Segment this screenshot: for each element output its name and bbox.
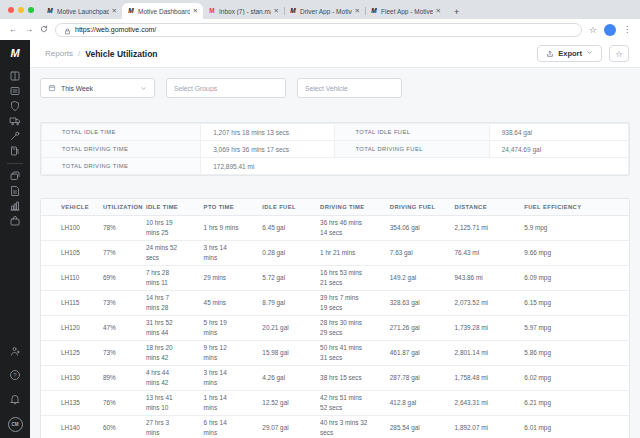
table-cell-fuel-efficiency: 6.09 mpg xyxy=(524,265,629,290)
table-cell-idle-fuel: 4.26 gal xyxy=(262,365,320,390)
table-cell-pto-time: 45 mins xyxy=(204,290,263,315)
new-tab-button[interactable]: + xyxy=(454,7,459,17)
maintenance-wrench-icon[interactable] xyxy=(9,130,21,142)
close-tab-icon[interactable]: ✕ xyxy=(436,7,441,15)
invite-person-add-icon[interactable] xyxy=(9,345,21,357)
table-cell-driving-time: 28 hrs 30 mins 29 secs xyxy=(320,315,390,340)
column-header-vehicle[interactable]: VEHICLE xyxy=(41,199,103,215)
export-icon xyxy=(546,50,554,58)
close-window-icon[interactable] xyxy=(8,7,14,13)
table-cell-idle-fuel: 0.28 gal xyxy=(262,240,320,265)
table-cell-idle-fuel: 8.79 gal xyxy=(262,290,320,315)
column-header-fuel-efficiency[interactable]: FUEL EFFICIENCY xyxy=(524,199,629,215)
summary-row: TOTAL DRIVING TIME 172,895.41 mi xyxy=(42,158,629,175)
breadcrumb-separator: / xyxy=(78,49,80,58)
forward-icon[interactable]: → xyxy=(25,25,34,34)
dispatch-truck-icon[interactable] xyxy=(9,115,21,127)
table-row[interactable]: LH14060%27 hrs 3 mins6 hrs 14 mins29.07 … xyxy=(41,415,629,438)
table-row[interactable]: LH12047%31 hrs 52 mins 445 hrs 19 mins20… xyxy=(41,315,629,340)
table-cell-idle-time: 18 hrs 20 mins 42 xyxy=(146,340,204,365)
table-cell-pto-time: 3 hrs 14 mins xyxy=(204,240,263,265)
select-vehicle-input[interactable] xyxy=(297,78,402,98)
table-cell-driving-fuel: 7.63 gal xyxy=(390,240,455,265)
minimize-window-icon[interactable] xyxy=(18,7,24,13)
close-tab-icon[interactable]: ✕ xyxy=(112,7,117,15)
table-cell-driving-time: 38 hrs 15 secs xyxy=(320,365,390,390)
notifications-bell-icon[interactable] xyxy=(9,393,21,405)
summary-value: 938.64 gal xyxy=(489,124,628,141)
table-cell-idle-fuel: 6.45 gal xyxy=(262,215,320,240)
table-row[interactable]: LH13576%13 hrs 41 mins 101 hrs 14 mins12… xyxy=(41,390,629,415)
table-row[interactable]: LH13089%4 hrs 44 mins 423 hrs 14 mins4.2… xyxy=(41,365,629,390)
table-cell-driving-fuel: 354.06 gal xyxy=(390,215,455,240)
browser-menu-icon[interactable]: ⋮ xyxy=(623,25,631,34)
safety-shield-icon[interactable] xyxy=(9,100,21,112)
close-tab-icon[interactable]: ✕ xyxy=(274,7,279,15)
motive-favicon-icon: M xyxy=(127,7,135,15)
maximize-window-icon[interactable] xyxy=(28,7,34,13)
fuel-pump-icon[interactable] xyxy=(9,145,21,157)
reports-bar-chart-icon[interactable] xyxy=(9,200,21,212)
table-cell-idle-time: 24 mins 52 secs xyxy=(146,240,204,265)
table-row[interactable]: LH10577%24 mins 52 secs3 hrs 14 mins0.28… xyxy=(41,240,629,265)
table-cell-vehicle: LH120 xyxy=(41,315,103,340)
column-header-distance[interactable]: DISTANCE xyxy=(455,199,525,215)
summary-value: 1,207 hrs 18 mins 13 secs xyxy=(201,124,335,141)
column-header-pto-time[interactable]: PTO TIME xyxy=(204,199,263,215)
column-header-driving-fuel[interactable]: DRIVING FUEL xyxy=(390,199,455,215)
tab-motive-dashboard[interactable]: M Motive Dashboard ✕ xyxy=(122,3,203,19)
table-cell-utilization: 73% xyxy=(103,340,146,365)
column-header-idle-fuel[interactable]: IDLE FUEL xyxy=(262,199,320,215)
table-row[interactable]: LH10078%10 hrs 19 mins 251 hrs 9 mins6.4… xyxy=(41,215,629,240)
export-button[interactable]: Export xyxy=(537,45,602,62)
padlock-icon xyxy=(64,21,71,39)
report-content: This Week TOTAL IDLE TIME 1,207 hrs 18 m… xyxy=(30,68,640,438)
table-cell-pto-time: 1 hrs 9 mins xyxy=(204,215,263,240)
back-icon[interactable]: ← xyxy=(9,25,18,34)
table-cell-driving-time: 42 hrs 51 mins 52 secs xyxy=(320,390,390,415)
column-header-utilization[interactable]: UTILIZATION xyxy=(103,199,146,215)
motive-favicon-icon: M xyxy=(370,7,378,15)
table-cell-vehicle: LH140 xyxy=(41,415,103,438)
table-cell-utilization: 78% xyxy=(103,215,146,240)
table-cell-utilization: 47% xyxy=(103,315,146,340)
bookmark-star-icon[interactable]: ☆ xyxy=(589,25,597,35)
summary-value: 24,474.69 gal xyxy=(489,141,628,158)
browser-profile-avatar[interactable] xyxy=(604,24,616,36)
table-row[interactable]: LH11573%14 hrs 7 mins 2845 mins8.79 gal3… xyxy=(41,290,629,315)
table-cell-fuel-efficiency: 6.01 mpg xyxy=(524,415,629,438)
table-cell-idle-time: 7 hrs 28 mins 11 xyxy=(146,265,204,290)
table-cell-driving-time: 36 hrs 46 mins 14 secs xyxy=(320,215,390,240)
favorite-report-button[interactable]: ☆ xyxy=(609,45,629,62)
table-header-row: VEHICLEUTILIZATIONIDLE TIMEPTO TIMEIDLE … xyxy=(41,199,629,215)
summary-label: TOTAL DRIVING TIME xyxy=(42,141,201,158)
column-header-driving-time[interactable]: DRIVING TIME xyxy=(320,199,390,215)
browser-tab-strip: M Motive Launchpad ✕ M Motive Dashboard … xyxy=(0,0,640,19)
breadcrumb[interactable]: Reports xyxy=(45,49,73,58)
billing-cards-icon[interactable] xyxy=(9,170,21,182)
close-tab-icon[interactable]: ✕ xyxy=(355,7,360,15)
calendar-icon xyxy=(48,84,56,92)
tab-motive-launchpad[interactable]: M Motive Launchpad ✕ xyxy=(41,3,122,19)
reload-icon[interactable] xyxy=(40,25,48,35)
tab-driver-app[interactable]: M Driver App - Motive ✕ xyxy=(284,3,365,19)
tab-fleet-app[interactable]: M Fleet App - Motive ✕ xyxy=(365,3,446,19)
table-row[interactable]: LH11069%7 hrs 28 mins 1129 mins5.72 gal1… xyxy=(41,265,629,290)
fleet-list-card-icon[interactable] xyxy=(9,85,21,97)
documents-page-icon[interactable] xyxy=(9,185,21,197)
close-tab-icon[interactable]: ✕ xyxy=(193,7,198,15)
motive-favicon-icon: M xyxy=(46,7,54,15)
table-cell-driving-fuel: 285.54 gal xyxy=(390,415,455,438)
date-range-select[interactable]: This Week xyxy=(40,78,155,98)
motive-logo[interactable]: M xyxy=(10,47,19,59)
tab-gmail-inbox[interactable]: M Inbox (7) - stan.marshal@trucki ✕ xyxy=(203,3,284,19)
column-header-idle-time[interactable]: IDLE TIME xyxy=(146,199,204,215)
help-icon[interactable]: ? xyxy=(9,369,21,381)
select-groups-input[interactable] xyxy=(166,78,286,98)
dashboard-open-book-icon[interactable] xyxy=(9,70,21,82)
table-row[interactable]: LH12573%18 hrs 20 mins 429 hrs 12 mins15… xyxy=(41,340,629,365)
summary-value: 3,069 hrs 36 mins 17 secs xyxy=(201,141,335,158)
apps-briefcase-icon[interactable] xyxy=(9,215,21,227)
url-field[interactable]: https://web.gomotive.com/ xyxy=(55,23,582,37)
user-avatar[interactable]: CM xyxy=(8,417,23,432)
